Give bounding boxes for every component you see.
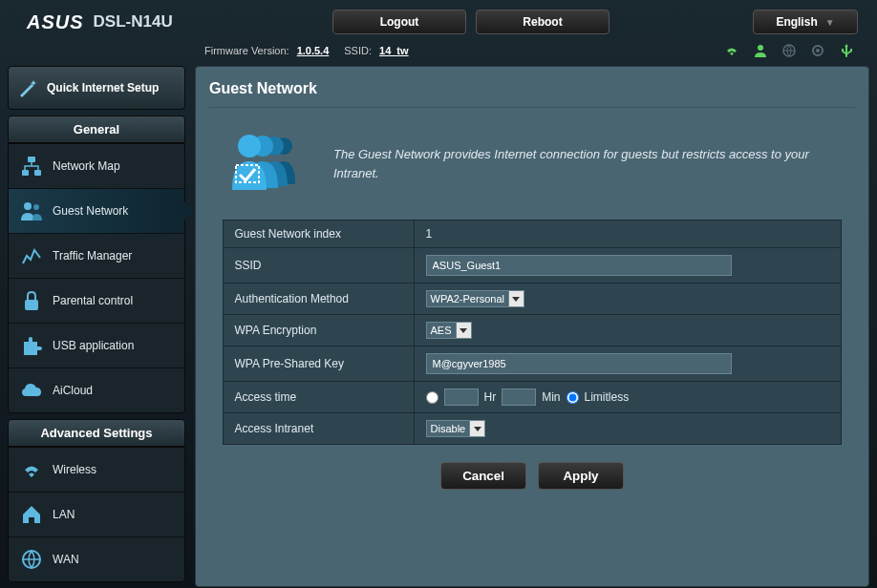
dropdown-arrow-icon: [508, 290, 524, 307]
qis-label: Quick Internet Setup: [47, 81, 159, 94]
limitless-label: Limitless: [585, 390, 630, 404]
dropdown-arrow-icon: [456, 322, 472, 339]
encryption-select[interactable]: AES: [426, 322, 472, 339]
lock-icon: [20, 289, 43, 312]
puzzle-icon: [20, 334, 43, 357]
wan-globe-icon: [20, 548, 43, 571]
svg-rect-6: [34, 170, 41, 176]
wifi-icon[interactable]: [724, 43, 739, 58]
network-map-icon: [20, 155, 43, 178]
svg-rect-5: [22, 170, 29, 176]
encryption-select-value: AES: [426, 322, 456, 339]
sidebar-item-traffic-manager[interactable]: Traffic Manager: [9, 234, 184, 279]
quick-internet-setup-button[interactable]: Quick Internet Setup: [8, 66, 185, 110]
hours-input[interactable]: [444, 388, 479, 406]
dropdown-arrow-icon: [469, 420, 485, 437]
access-time-label: Access time: [223, 382, 414, 413]
access-time-radio[interactable]: [426, 391, 438, 404]
wireless-icon: [20, 458, 43, 481]
limitless-radio[interactable]: [567, 391, 579, 404]
min-label: Min: [542, 390, 560, 404]
cog-icon[interactable]: [810, 43, 825, 58]
sidebar-item-usb-application[interactable]: USB application: [9, 324, 184, 368]
psk-input[interactable]: [426, 353, 732, 374]
language-dropdown[interactable]: English ▼: [753, 10, 858, 34]
hr-label: Hr: [484, 390, 497, 404]
sidebar-item-wan[interactable]: WAN: [9, 537, 184, 581]
auth-label: Authentication Method: [223, 284, 414, 315]
wand-icon: [16, 76, 39, 99]
svg-rect-9: [25, 300, 38, 310]
sidebar-item-label: WAN: [53, 553, 79, 566]
ssid-value[interactable]: 14_tw: [379, 45, 409, 56]
page-title: Guest Network: [209, 80, 855, 108]
intranet-select-value: Disable: [426, 420, 470, 437]
sidebar-item-aicloud[interactable]: AiCloud: [9, 368, 184, 412]
intranet-label: Access Intranet: [223, 413, 414, 445]
ssid-input[interactable]: [426, 255, 732, 276]
chevron-down-icon: ▼: [825, 17, 835, 28]
sidebar-item-label: Guest Network: [53, 204, 128, 218]
svg-point-14: [238, 135, 261, 158]
settings-table: Guest Network index 1 SSID Authenticatio…: [223, 220, 843, 445]
svg-point-3: [816, 49, 820, 52]
sidebar-item-label: LAN: [53, 508, 75, 521]
usb-icon[interactable]: [839, 43, 854, 58]
sidebar-item-label: AiCloud: [53, 384, 93, 397]
cancel-button[interactable]: Cancel: [440, 462, 526, 490]
sidebar-item-guest-network[interactable]: Guest Network: [9, 189, 184, 234]
sidebar-item-lan[interactable]: LAN: [9, 493, 184, 537]
general-header: General: [8, 116, 185, 143]
firmware-label: Firmware Version:: [204, 45, 289, 56]
sidebar-item-label: Parental control: [53, 294, 133, 307]
intranet-select[interactable]: Disable: [426, 420, 486, 437]
globe-icon[interactable]: [781, 43, 797, 58]
intro-text: The Guest Network provides Internet conn…: [333, 145, 838, 182]
index-label: Guest Network index: [223, 220, 414, 248]
brand-logo: ASUS: [27, 11, 84, 33]
firmware-version[interactable]: 1.0.5.4: [297, 45, 330, 56]
logout-button[interactable]: Logout: [332, 10, 466, 34]
auth-select[interactable]: WPA2-Personal: [426, 290, 524, 307]
user-icon[interactable]: [753, 43, 768, 58]
reboot-button[interactable]: Reboot: [476, 10, 610, 34]
guest-hero-icon: [226, 129, 312, 199]
guest-network-icon: [20, 200, 43, 222]
svg-point-7: [24, 202, 32, 210]
svg-rect-4: [28, 157, 35, 162]
model-name: DSL-N14U: [94, 12, 173, 32]
traffic-icon: [20, 244, 43, 267]
enc-label: WPA Encryption: [223, 315, 414, 346]
ssid-label: SSID:: [344, 45, 372, 56]
sidebar-item-wireless[interactable]: Wireless: [9, 448, 184, 493]
minutes-input[interactable]: [502, 388, 536, 406]
svg-point-0: [758, 45, 763, 51]
home-icon: [20, 503, 43, 526]
auth-select-value: WPA2-Personal: [426, 290, 508, 307]
sidebar-item-label: Network Map: [53, 159, 120, 173]
cloud-icon: [20, 379, 43, 402]
svg-point-8: [33, 204, 39, 210]
ssid-label: SSID: [223, 248, 414, 284]
sidebar-item-label: Wireless: [53, 463, 96, 476]
advanced-header: Advanced Settings: [8, 419, 185, 447]
sidebar-item-label: Traffic Manager: [53, 249, 132, 262]
psk-label: WPA Pre-Shared Key: [223, 346, 414, 382]
sidebar-item-parental-control[interactable]: Parental control: [9, 279, 184, 324]
sidebar-item-network-map[interactable]: Network Map: [9, 144, 184, 189]
index-value: 1: [414, 220, 842, 248]
apply-button[interactable]: Apply: [538, 462, 624, 490]
language-label: English: [776, 15, 817, 29]
sidebar-item-label: USB application: [53, 339, 134, 352]
